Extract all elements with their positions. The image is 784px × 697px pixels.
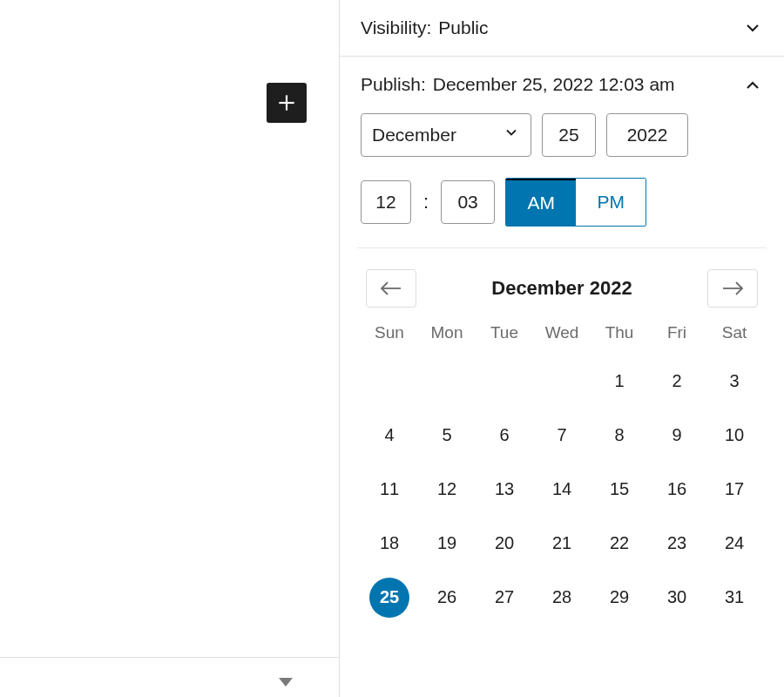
calendar-empty-cell [542, 362, 582, 402]
visibility-label: Visibility: [361, 16, 431, 40]
calendar-empty-cell [369, 362, 409, 402]
calendar-day[interactable]: 4 [369, 416, 409, 456]
ampm-toggle: AM PM [505, 178, 646, 227]
minute-input[interactable]: 03 [441, 180, 495, 224]
calendar-day[interactable]: 2 [657, 362, 697, 402]
visibility-toggle[interactable] [742, 17, 763, 38]
calendar-day[interactable]: 7 [542, 416, 582, 456]
calendar-day[interactable]: 1 [599, 362, 639, 402]
calendar-day[interactable]: 25 [369, 578, 409, 618]
calendar-day[interactable]: 10 [714, 416, 754, 456]
pm-label: PM [597, 192, 625, 213]
footer-dropdown-icon[interactable] [279, 678, 293, 687]
time-colon: : [422, 191, 430, 213]
calendar-day[interactable]: 14 [542, 470, 582, 510]
calendar-day[interactable]: 5 [427, 416, 467, 456]
calendar-day[interactable]: 22 [599, 524, 639, 564]
calendar-day[interactable]: 16 [657, 470, 697, 510]
pm-button[interactable]: PM [576, 179, 645, 226]
calendar-day[interactable]: 18 [369, 524, 409, 564]
calendar-day[interactable]: 6 [484, 416, 524, 456]
am-button[interactable]: AM [506, 179, 576, 226]
editor-canvas [0, 0, 340, 697]
calendar-day[interactable]: 19 [427, 524, 467, 564]
calendar-day[interactable]: 27 [484, 578, 524, 618]
day-value: 25 [558, 125, 578, 145]
publish-row[interactable]: Publish: December 25, 2022 12:03 am [340, 57, 784, 112]
calendar-day[interactable]: 24 [714, 524, 754, 564]
calendar-day[interactable]: 12 [427, 470, 467, 510]
hour-value: 12 [375, 192, 395, 213]
year-value: 2022 [627, 125, 668, 145]
calendar-dow: Fri [648, 323, 706, 348]
calendar-day[interactable]: 21 [542, 524, 582, 564]
calendar-dow: Sat [706, 323, 763, 348]
publish-value: December 25, 2022 12:03 am [433, 72, 675, 97]
calendar-title: December 2022 [491, 277, 632, 300]
publish-label: Publish: [361, 72, 426, 97]
month-value: December [372, 125, 456, 145]
calendar-day[interactable]: 9 [657, 416, 697, 456]
datetime-controls: December 25 2022 12 : 03 AM PM [357, 113, 767, 248]
calendar-empty-cell [484, 362, 524, 402]
calendar-day[interactable]: 3 [714, 362, 754, 402]
next-month-button[interactable] [707, 269, 758, 308]
prev-month-button[interactable] [366, 269, 416, 308]
calendar-dow: Mon [418, 323, 476, 348]
visibility-value: Public [438, 16, 488, 40]
calendar-day[interactable]: 23 [657, 524, 697, 564]
day-input[interactable]: 25 [542, 113, 596, 157]
calendar-day[interactable]: 28 [542, 578, 582, 618]
calendar-day[interactable]: 17 [714, 470, 754, 510]
chevron-up-icon [742, 75, 763, 96]
calendar-day[interactable]: 13 [484, 470, 524, 510]
calendar-day[interactable]: 30 [657, 578, 697, 618]
calendar-dow: Sun [361, 323, 418, 348]
calendar-day[interactable]: 29 [599, 578, 639, 618]
calendar: December 2022 SunMonTueWedThuFriSat12345… [340, 248, 784, 625]
calendar-day[interactable]: 26 [427, 578, 467, 618]
calendar-day[interactable]: 20 [484, 524, 524, 564]
footer-divider [0, 657, 339, 658]
calendar-empty-cell [427, 362, 467, 402]
arrow-right-icon [720, 280, 746, 297]
chevron-down-icon [503, 124, 520, 145]
hour-input[interactable]: 12 [361, 180, 411, 224]
minute-value: 03 [457, 192, 477, 213]
settings-sidebar: Visibility: Public Publish: December 25,… [340, 0, 784, 697]
block-appender-button[interactable] [267, 83, 307, 123]
calendar-dow: Tue [476, 323, 533, 348]
month-select[interactable]: December [361, 113, 531, 157]
calendar-day[interactable]: 15 [599, 470, 639, 510]
chevron-down-icon [742, 17, 763, 38]
calendar-day[interactable]: 8 [599, 416, 639, 456]
calendar-grid: SunMonTueWedThuFriSat1234567891011121314… [361, 323, 763, 618]
plus-icon [275, 91, 298, 114]
year-input[interactable]: 2022 [606, 113, 688, 157]
calendar-day[interactable]: 31 [714, 578, 754, 618]
arrow-left-icon [378, 280, 404, 297]
publish-toggle[interactable] [742, 75, 763, 96]
am-label: AM [527, 193, 555, 213]
calendar-dow: Wed [533, 323, 591, 348]
calendar-dow: Thu [591, 323, 648, 348]
calendar-nav: December 2022 [361, 269, 763, 308]
calendar-day[interactable]: 11 [369, 470, 409, 510]
visibility-row[interactable]: Visibility: Public [340, 0, 784, 57]
